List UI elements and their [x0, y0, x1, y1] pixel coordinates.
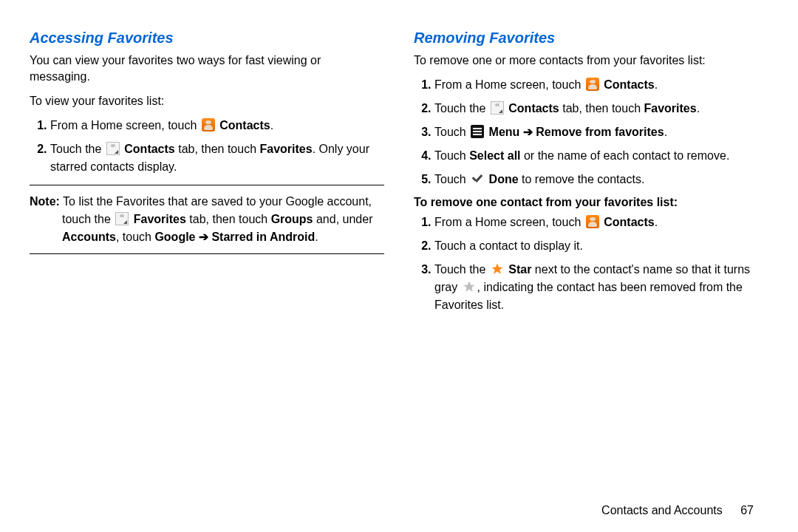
done-label: Done: [489, 173, 519, 185]
text: Touch the: [434, 102, 489, 115]
text: .: [664, 126, 667, 138]
removing-b-step-2: Touch a contact to display it.: [434, 237, 768, 255]
left-column: Accessing Favorites You can view your fa…: [30, 30, 384, 321]
remove-one-subhead: To remove one contact from your favorite…: [414, 196, 768, 209]
contacts-label: Contacts: [604, 216, 654, 228]
removing-steps-a: From a Home screen, touch Contacts. Touc…: [414, 76, 768, 188]
text: Touch the: [50, 143, 105, 155]
favorites-label: Favorites: [644, 102, 696, 115]
text: tab, then touch: [175, 143, 260, 155]
menu-icon: [471, 125, 484, 138]
text: , touch: [116, 231, 154, 243]
accessing-steps: From a Home screen, touch Contacts. Touc…: [30, 117, 384, 176]
contacts-icon: [586, 78, 599, 91]
text: From a Home screen, touch: [50, 119, 200, 132]
svg-marker-1: [463, 282, 474, 292]
text: Touch: [434, 149, 469, 162]
select-all-label: Select all: [469, 149, 520, 162]
text: tab, then touch: [559, 102, 644, 115]
removing-a-step-3: Touch Menu ➔ Remove from favorites.: [434, 123, 768, 141]
favorites-label: Favorites: [259, 143, 312, 155]
text: .: [655, 216, 658, 228]
text: .: [270, 119, 273, 132]
accessing-intro: You can view your favorites two ways for…: [30, 52, 384, 86]
removing-a-step-1: From a Home screen, touch Contacts.: [434, 76, 768, 94]
star-orange-icon: [491, 262, 504, 276]
note-block: Note: To list the Favorites that are sav…: [30, 185, 384, 254]
remove-favorites-label: Remove from favorites: [536, 126, 664, 138]
removing-a-step-4: Touch Select all or the name of each con…: [434, 147, 768, 165]
arrow-icon: ➔: [519, 126, 536, 138]
star-label: Star: [508, 263, 531, 276]
favorites-tab-icon: [115, 212, 129, 225]
note-label: Note:: [30, 195, 60, 208]
star-gray-icon: [463, 280, 476, 293]
page-footer: Contacts and Accounts 67: [601, 504, 754, 517]
footer-section: Contacts and Accounts: [601, 504, 723, 516]
page-body: Accessing Favorites You can view your fa…: [0, 0, 798, 321]
favorites-label: Favorites: [134, 213, 186, 225]
contacts-icon: [202, 118, 215, 132]
removing-steps-b: From a Home screen, touch Contacts. Touc…: [414, 214, 768, 314]
contacts-tab-icon: [106, 142, 120, 155]
menu-label: Menu: [489, 126, 520, 138]
contacts-tab-label: Contacts: [124, 143, 174, 155]
arrow-icon: ➔: [196, 231, 212, 243]
text: or the name of each contact to remove.: [521, 149, 730, 162]
text: From a Home screen, touch: [434, 78, 584, 91]
text: From a Home screen, touch: [434, 216, 584, 228]
text: to remove the contacts.: [519, 173, 645, 185]
text: .: [655, 78, 658, 91]
footer-page-number: 67: [740, 504, 754, 516]
removing-b-step-3: Touch the Star next to the contact's nam…: [434, 261, 768, 314]
accessing-step-1: From a Home screen, touch Contacts.: [50, 117, 384, 134]
groups-label: Groups: [271, 213, 313, 225]
starred-label: Starred in Android: [211, 231, 315, 243]
removing-b-step-1: From a Home screen, touch Contacts.: [434, 214, 768, 231]
removing-intro: To remove one or more contacts from your…: [414, 52, 768, 69]
contacts-icon: [586, 215, 599, 228]
right-column: Removing Favorites To remove one or more…: [414, 30, 768, 321]
google-label: Google: [154, 231, 195, 243]
text: and, under: [313, 213, 373, 225]
text: .: [315, 231, 318, 243]
accessing-step-2: Touch the Contacts tab, then touch Favor…: [50, 140, 384, 176]
text: , indicating the contact has been remove…: [434, 281, 743, 311]
contacts-label: Contacts: [219, 119, 270, 132]
contacts-tab-icon: [491, 101, 504, 115]
accessing-lead: To view your favorites list:: [30, 93, 384, 109]
text: tab, then touch: [186, 213, 271, 225]
text: Touch: [434, 173, 469, 185]
text: Touch the: [434, 263, 489, 276]
heading-removing-favorites: Removing Favorites: [414, 30, 768, 47]
contacts-tab-label: Contacts: [508, 102, 559, 115]
heading-accessing-favorites: Accessing Favorites: [30, 30, 384, 47]
text: Touch: [434, 126, 469, 138]
contacts-label: Contacts: [604, 78, 654, 91]
text: .: [697, 102, 700, 115]
removing-a-step-5: Touch Done to remove the contacts.: [434, 171, 768, 188]
check-icon: [471, 172, 484, 185]
accounts-label: Accounts: [62, 231, 116, 243]
svg-marker-0: [491, 264, 502, 274]
removing-a-step-2: Touch the Contacts tab, then touch Favor…: [434, 100, 768, 117]
